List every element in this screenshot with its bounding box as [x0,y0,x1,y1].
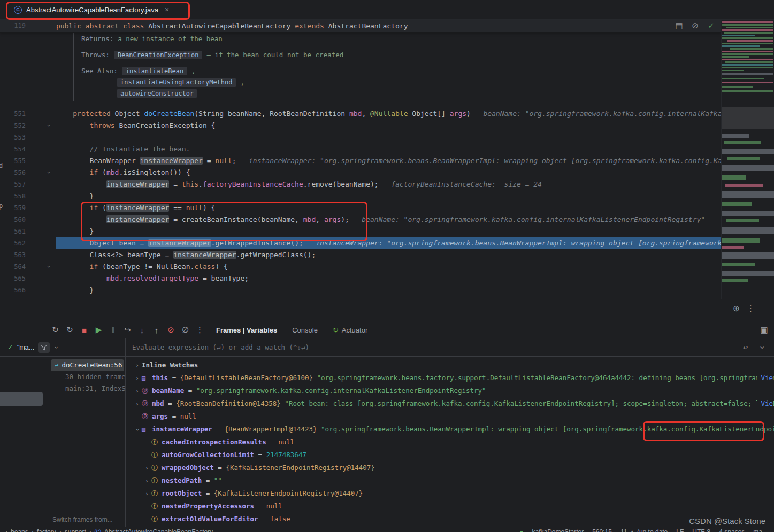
soft-wrap-icon[interactable]: ↩ [741,343,750,352]
frame-row[interactable]: main:31, IndexSe... [51,383,125,395]
line-number[interactable]: 552 [0,120,26,132]
line-number[interactable]: 559 [0,202,26,214]
step-into-icon[interactable]: ↓ [137,326,147,335]
chevron-icon[interactable]: › [133,359,142,372]
code-editor[interactable]: Returns: a new instance of the bean Thro… [0,32,721,299]
chevron-icon[interactable]: › [142,475,151,487]
gutter[interactable]: 561 [0,226,56,237]
gutter[interactable]: 554 [0,143,56,155]
breadcrumb-item[interactable]: support [65,528,86,532]
doc-code-chip[interactable]: BeanCreationException [114,51,203,59]
globe-icon[interactable]: ⊕ [732,304,741,313]
resume-icon[interactable]: ▶ [94,325,103,335]
hide-panel-icon[interactable]: ─ [761,304,770,313]
variable-row[interactable]: ›ⓕrootObject = {KafkaListenerEndpointReg… [126,487,774,500]
frame-row[interactable]: ↩doCreateBean:56 [51,359,124,371]
status-item[interactable]: 11 ▲ (up to date [620,528,668,532]
line-number[interactable]: 564 [0,261,26,273]
doc-code-chip[interactable]: instantiateBean [122,67,187,75]
line-number[interactable]: 563 [0,249,26,261]
gutter[interactable]: 562 [0,237,56,249]
chevron-icon[interactable]: › [133,372,142,384]
layout-settings-icon[interactable]: ▣ [760,325,769,335]
rerun-icon[interactable]: ↻ [51,325,60,335]
chevron-down-icon[interactable]: › [53,346,60,349]
variable-row[interactable]: ⓕnestedPropertyAccessors = null [126,500,774,513]
variable-row[interactable]: ⓕextractOldValueForEditor = false [126,513,774,526]
breadcrumb-item[interactable]: beans [11,528,28,532]
frames-footer[interactable]: Switch frames from... [52,516,113,523]
gutter[interactable]: 551 [0,108,56,120]
breadcrumb-item[interactable]: factory [37,528,56,532]
view-link[interactable]: Vie [757,372,773,384]
breadcrumb-item[interactable]: AbstractAutowireCapableBeanFactory [104,528,213,532]
status-item[interactable]: kafkaDemoStarter [532,528,584,532]
chevron-icon[interactable]: › [142,488,151,500]
variable-row[interactable]: ›▤this = {DefaultListableBeanFactory@610… [126,372,774,384]
close-tab-icon[interactable]: × [165,5,169,14]
variable-row[interactable]: ›ⓟmbd = {RootBeanDefinition@14358} "Root… [126,397,774,410]
tab-console[interactable]: Console [292,326,318,334]
variable-row[interactable]: ⓕcachedIntrospectionResults = null [126,436,774,449]
reader-mode-icon[interactable]: ▤ [675,21,684,30]
gutter[interactable]: 556› [0,167,56,179]
chevron-icon[interactable]: › [142,462,151,474]
gutter[interactable]: 566 [0,284,56,296]
status-item[interactable]: ma… [753,528,769,532]
doc-code-chip[interactable]: autowireConstructor [117,89,197,98]
step-over-icon[interactable]: ↪ [123,325,132,335]
fold-icon[interactable]: › [43,265,55,269]
line-number[interactable]: 560 [0,214,26,226]
line-number[interactable]: 558 [0,190,26,202]
filter-frames-button[interactable] [38,342,50,353]
gutter[interactable]: 565 [0,273,56,284]
variable-row[interactable]: ⓟargs = null [126,410,774,423]
line-number[interactable]: 566 [0,284,26,296]
inspections-ok-icon[interactable]: ✓ [707,21,716,30]
gutter[interactable]: 563 [0,249,56,261]
editor-tab[interactable]: C AbstractAutowireCapableBeanFactory.jav… [9,1,174,19]
chevron-icon[interactable]: › [131,426,144,435]
doc-code-chip[interactable]: instantiateUsingFactoryMethod [117,78,236,87]
skip-breakpoints-icon[interactable]: ∅ [181,325,190,335]
line-number[interactable]: 555 [0,155,26,167]
tab-frames-variables[interactable]: Frames | Variables [216,326,277,334]
gutter[interactable]: 552› [0,120,56,132]
status-item[interactable]: LF [676,528,684,532]
line-number[interactable]: 551 [0,108,26,120]
status-item[interactable]: UTF-8 [692,528,710,532]
gutter[interactable]: 557 [0,179,56,190]
chevron-icon[interactable]: › [133,385,142,397]
line-number[interactable]: 119 [0,20,26,32]
gutter[interactable]: 555 [0,155,56,167]
line-number[interactable]: 554 [0,143,26,155]
more-vertical-icon[interactable]: ⋮ [746,304,755,313]
line-number[interactable]: 553 [0,132,26,143]
minimap-scrollbar[interactable] [721,19,774,299]
evaluate-expression-input[interactable]: Evaluate expression (↵) or add a watch (… [126,338,774,356]
more-actions-icon[interactable]: ⋮ [195,325,204,335]
variable-row[interactable]: ›ⓕwrappedObject = {KafkaListenerEndpoint… [126,461,774,474]
variable-row[interactable]: ›ⓕnestedPath = "" [126,474,774,487]
threads-dropdown[interactable]: ✓ "ma... › [0,338,126,356]
line-number[interactable]: 561 [0,226,26,237]
expand-evaluate-icon[interactable]: › [757,343,767,352]
variable-row[interactable]: ›Inline Watches [126,359,774,372]
gutter[interactable]: 559 [0,202,56,214]
gutter[interactable]: 560 [0,214,56,226]
variable-row[interactable]: ›ⓟbeanName = "org.springframework.kafka.… [126,384,774,397]
variable-row[interactable]: ⓕautoGrowCollectionLimit = 2147483647 [126,449,774,461]
pause-icon[interactable]: ‖ [109,326,118,335]
line-number[interactable]: 556 [0,167,26,179]
step-out-icon[interactable]: ↑ [152,326,161,335]
gutter[interactable]: 564› [0,261,56,273]
line-number[interactable]: 562 [0,237,26,249]
line-number[interactable]: 565 [0,273,26,284]
frame-row[interactable]: 30 hidden frame [51,371,125,383]
stop-icon[interactable]: ■ [80,326,89,335]
gutter[interactable]: 558 [0,190,56,202]
tab-actuator[interactable]: ↻Actuator [333,326,367,334]
mute-breakpoints-icon[interactable]: ⊘ [166,325,175,335]
status-item[interactable]: 4 spaces [719,528,745,532]
rerun-debug-icon[interactable]: ↻ [65,325,74,335]
